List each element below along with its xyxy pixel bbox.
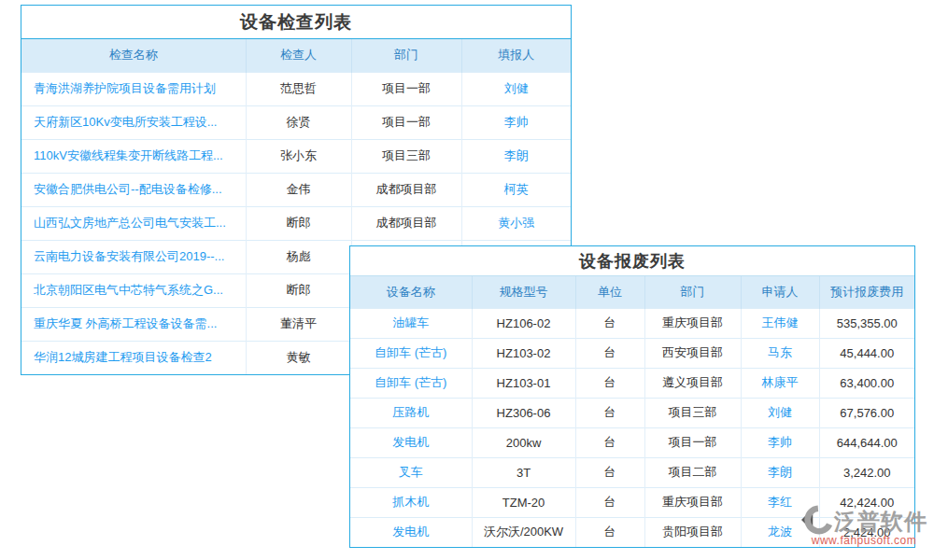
reporter-link[interactable]: 黄小强 [461, 206, 571, 240]
inspection-name-link[interactable]: 天府新区10Kv变电所安装工程设... [21, 105, 246, 139]
department-cell: 项目三部 [644, 398, 741, 427]
unit-cell: 台 [575, 517, 644, 547]
model-cell: TZM-20 [472, 487, 575, 517]
inspector-cell: 黄敏 [246, 341, 351, 374]
reporter-link[interactable]: 李朗 [461, 139, 571, 173]
equipment-name-link[interactable]: 自卸车 (芒古) [350, 338, 472, 368]
model-cell: HZ306-06 [472, 398, 575, 427]
column-header-inspector: 检查人 [246, 39, 351, 72]
inspector-cell: 董清平 [246, 307, 351, 341]
unit-cell: 台 [575, 368, 644, 398]
inspection-list-title: 设备检查列表 [21, 6, 571, 39]
model-cell: HZ103-01 [472, 368, 575, 398]
watermark-url-text: www.fanpusoft.com [794, 534, 934, 547]
equipment-name-link[interactable]: 抓木机 [350, 487, 472, 517]
inspection-name-link[interactable]: 山西弘文房地产总公司电气安装工... [21, 206, 246, 240]
scrap-header-row: 设备名称 规格型号 单位 部门 申请人 预计报废费用 [350, 276, 914, 308]
inspection-name-link[interactable]: 华润12城房建工程项目设备检查2 [21, 341, 246, 374]
equipment-name-link[interactable]: 发电机 [350, 427, 472, 457]
vendor-watermark: 泛普软件 www.fanpusoft.com [794, 505, 934, 547]
cost-cell: 67,576.00 [819, 398, 914, 427]
reporter-link[interactable]: 柯英 [461, 173, 571, 206]
unit-cell: 台 [575, 398, 644, 427]
applicant-link[interactable]: 马东 [741, 338, 819, 368]
column-header-model: 规格型号 [472, 276, 575, 308]
inspector-cell: 范思哲 [246, 72, 351, 105]
equipment-name-link[interactable]: 压路机 [350, 398, 472, 427]
column-header-equipment-name: 设备名称 [350, 276, 472, 308]
inspection-header-row: 检查名称 检查人 部门 填报人 [21, 39, 571, 72]
inspection-name-link[interactable]: 110kV安徽线程集变开断线路工程... [21, 139, 246, 173]
equipment-name-link[interactable]: 自卸车 (芒古) [350, 368, 472, 398]
applicant-link[interactable]: 王伟健 [741, 308, 819, 338]
unit-cell: 台 [575, 487, 644, 517]
department-cell: 重庆项目部 [644, 487, 741, 517]
cost-cell: 45,444.00 [819, 338, 914, 368]
department-cell: 成都项目部 [351, 173, 461, 206]
department-cell: 项目一部 [351, 72, 461, 105]
department-cell: 重庆项目部 [644, 308, 741, 338]
unit-cell: 台 [575, 427, 644, 457]
unit-cell: 台 [575, 457, 644, 487]
inspection-name-link[interactable]: 青海洪湖养护院项目设备需用计划 [21, 72, 246, 105]
model-cell: 沃尔沃/200KW [472, 517, 575, 547]
inspector-cell: 断郎 [246, 273, 351, 307]
table-row: 油罐车 HZ106-02 台 重庆项目部 王伟健 535,355.00 [350, 308, 914, 338]
department-cell: 成都项目部 [351, 206, 461, 240]
inspection-name-link[interactable]: 北京朝阳区电气中芯特气系统之G... [21, 273, 246, 307]
cost-cell: 644,644.00 [819, 427, 914, 457]
department-cell: 项目二部 [644, 457, 741, 487]
applicant-link[interactable]: 李朗 [741, 457, 819, 487]
reporter-link[interactable]: 李帅 [461, 105, 571, 139]
department-cell: 项目一部 [351, 105, 461, 139]
scrap-list-panel: 设备报废列表 设备名称 规格型号 单位 部门 申请人 预计报废费用 油罐车 HZ… [349, 245, 915, 548]
applicant-link[interactable]: 李帅 [741, 427, 819, 457]
table-row: 发电机 200kw 台 项目一部 李帅 644,644.00 [350, 427, 914, 457]
inspector-cell: 断郎 [246, 206, 351, 240]
reporter-link[interactable]: 刘健 [461, 72, 571, 105]
inspection-name-link[interactable]: 重庆华夏 外高桥工程设备设备需... [21, 307, 246, 341]
column-header-unit: 单位 [575, 276, 644, 308]
department-cell: 西安项目部 [644, 338, 741, 368]
department-cell: 项目一部 [644, 427, 741, 457]
inspector-cell: 杨彪 [246, 240, 351, 273]
table-row: 青海洪湖养护院项目设备需用计划 范思哲 项目一部 刘健 [21, 72, 571, 105]
table-row: 天府新区10Kv变电所安装工程设... 徐贤 项目一部 李帅 [21, 105, 571, 139]
cost-cell: 535,355.00 [819, 308, 914, 338]
table-row: 自卸车 (芒古) HZ103-01 台 遵义项目部 林康平 63,400.00 [350, 368, 914, 398]
scrap-list-title: 设备报废列表 [350, 246, 914, 276]
model-cell: HZ103-02 [472, 338, 575, 368]
unit-cell: 台 [575, 338, 644, 368]
table-row: 自卸车 (芒古) HZ103-02 台 西安项目部 马东 45,444.00 [350, 338, 914, 368]
inspection-name-link[interactable]: 安徽合肥供电公司--配电设备检修... [21, 173, 246, 206]
applicant-link[interactable]: 刘健 [741, 398, 819, 427]
column-header-scrap-cost: 预计报废费用 [819, 276, 914, 308]
department-cell: 贵阳项目部 [644, 517, 741, 547]
model-cell: 3T [472, 457, 575, 487]
department-cell: 遵义项目部 [644, 368, 741, 398]
table-row: 山西弘文房地产总公司电气安装工... 断郎 成都项目部 黄小强 [21, 206, 571, 240]
equipment-name-link[interactable]: 发电机 [350, 517, 472, 547]
column-header-applicant: 申请人 [741, 276, 819, 308]
column-header-department: 部门 [351, 39, 461, 72]
column-header-department: 部门 [644, 276, 741, 308]
inspector-cell: 张小东 [246, 139, 351, 173]
model-cell: HZ106-02 [472, 308, 575, 338]
watermark-brand-text: 泛普软件 [834, 507, 927, 537]
column-header-reporter: 填报人 [461, 39, 571, 72]
cost-cell: 3,242.00 [819, 457, 914, 487]
inspection-name-link[interactable]: 云南电力设备安装有限公司2019--... [21, 240, 246, 273]
department-cell: 项目三部 [351, 139, 461, 173]
table-row: 安徽合肥供电公司--配电设备检修... 金伟 成都项目部 柯英 [21, 173, 571, 206]
model-cell: 200kw [472, 427, 575, 457]
cost-cell: 63,400.00 [819, 368, 914, 398]
equipment-name-link[interactable]: 叉车 [350, 457, 472, 487]
table-row: 叉车 3T 台 项目二部 李朗 3,242.00 [350, 457, 914, 487]
inspector-cell: 金伟 [246, 173, 351, 206]
inspector-cell: 徐贤 [246, 105, 351, 139]
column-header-check-name: 检查名称 [21, 39, 246, 72]
equipment-name-link[interactable]: 油罐车 [350, 308, 472, 338]
table-row: 110kV安徽线程集变开断线路工程... 张小东 项目三部 李朗 [21, 139, 571, 173]
applicant-link[interactable]: 林康平 [741, 368, 819, 398]
table-row: 压路机 HZ306-06 台 项目三部 刘健 67,576.00 [350, 398, 914, 427]
